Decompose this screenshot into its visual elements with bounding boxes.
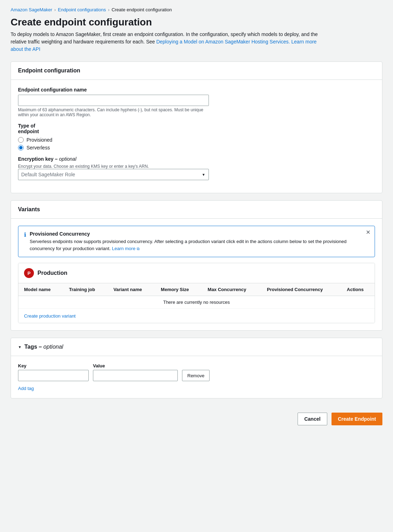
- table-footer: Create production variant: [18, 309, 375, 323]
- breadcrumb-sagemaker[interactable]: Amazon SageMaker: [11, 7, 52, 12]
- breadcrumb-sep-1: ›: [54, 7, 56, 12]
- encryption-key-select-wrapper: Default SageMaker Role ▼: [18, 169, 209, 180]
- encryption-key-select[interactable]: Default SageMaker Role: [18, 169, 209, 180]
- deploying-model-link[interactable]: Deploying a Model on Amazon SageMaker Ho…: [156, 39, 290, 45]
- production-header: P Production: [18, 263, 375, 283]
- add-tag-link[interactable]: Add tag: [18, 386, 34, 391]
- breadcrumb-endpoint-configs[interactable]: Endpoint configurations: [58, 7, 106, 12]
- col-actions: Actions: [341, 283, 375, 296]
- tags-key-label: Key: [18, 363, 89, 368]
- name-input[interactable]: [18, 95, 209, 106]
- name-label: Endpoint configuration name: [18, 87, 375, 93]
- variants-header: Variants: [11, 201, 382, 219]
- endpoint-type-label: Type of endpoint: [18, 123, 375, 134]
- breadcrumb-sep-2: ›: [108, 7, 110, 12]
- tags-title: Tags – optional: [24, 344, 63, 350]
- col-variant-name: Variant name: [108, 283, 155, 296]
- tags-row: Key Value Remove: [18, 363, 375, 381]
- cancel-button[interactable]: Cancel: [298, 413, 327, 425]
- breadcrumb-current: Create endpoint configuration: [112, 7, 172, 12]
- col-max-concurrency: Max Concurrency: [202, 283, 262, 296]
- breadcrumb: Amazon SageMaker › Endpoint configuratio…: [11, 7, 382, 12]
- tags-key-field: Key: [18, 363, 89, 381]
- encryption-key-label: Encryption key – optional: [18, 156, 375, 162]
- tags-header[interactable]: ▼ Tags – optional: [11, 338, 382, 356]
- footer-actions: Cancel Create Endpoint: [11, 406, 382, 425]
- production-badge: P: [24, 268, 34, 278]
- radio-serverless-label: Serverless: [27, 145, 50, 150]
- radio-provisioned-label: Provisioned: [27, 137, 52, 143]
- col-model-name: Model name: [18, 283, 63, 296]
- create-endpoint-button[interactable]: Create Endpoint: [332, 413, 382, 425]
- radio-serverless-input[interactable]: [18, 145, 24, 150]
- radio-provisioned-input[interactable]: [18, 137, 24, 143]
- encryption-key-hint: Encrypt your data. Choose an existing KM…: [18, 164, 209, 169]
- tags-key-input[interactable]: [18, 370, 89, 381]
- tags-remove-button[interactable]: Remove: [182, 370, 210, 381]
- info-banner-learn-more-link[interactable]: Learn more ⧉: [112, 246, 140, 251]
- endpoint-config-header: Endpoint configuration: [11, 62, 382, 80]
- production-table: Model name Training job Variant name Mem…: [18, 283, 375, 309]
- col-memory-size: Memory Size: [155, 283, 202, 296]
- tags-arrow-icon: ▼: [18, 345, 22, 349]
- table-empty-row: There are currently no resources: [18, 296, 375, 309]
- endpoint-config-section: Endpoint configuration Endpoint configur…: [11, 61, 382, 193]
- page-title: Create endpoint configuration: [11, 17, 382, 28]
- endpoint-type-group: Type of endpoint Provisioned Serverless: [18, 123, 375, 150]
- create-production-variant-link[interactable]: Create production variant: [24, 313, 76, 319]
- tags-value-field: Value: [93, 363, 178, 381]
- tags-section: ▼ Tags – optional Key Value Remove Add t…: [11, 338, 382, 398]
- table-header-row: Model name Training job Variant name Mem…: [18, 283, 375, 296]
- endpoint-config-body: Endpoint configuration name Maximum of 6…: [11, 80, 382, 193]
- variants-section: Variants ℹ Provisioned Concurrency Serve…: [11, 200, 382, 331]
- production-title: Production: [37, 270, 67, 276]
- table-body: There are currently no resources: [18, 296, 375, 309]
- tags-body: Key Value Remove Add tag: [11, 356, 382, 398]
- info-icon: ℹ: [24, 231, 26, 238]
- variants-title: Variants: [18, 206, 40, 212]
- tags-value-input[interactable]: [93, 370, 178, 381]
- radio-provisioned[interactable]: Provisioned: [18, 137, 375, 143]
- production-section: P Production Model name Training job Var…: [18, 263, 375, 323]
- info-banner-close-button[interactable]: ✕: [366, 230, 370, 235]
- info-banner: ℹ Provisioned Concurrency Serverless end…: [18, 226, 375, 257]
- info-banner-title: Provisioned Concurrency: [30, 231, 369, 237]
- add-tag-wrapper: Add tag: [18, 385, 375, 391]
- info-banner-text: Serverless endpoints now supports provis…: [30, 238, 369, 252]
- col-provisioned-concurrency: Provisioned Concurrency: [261, 283, 341, 296]
- col-training-job: Training job: [63, 283, 108, 296]
- radio-serverless[interactable]: Serverless: [18, 145, 375, 150]
- endpoint-config-title: Endpoint configuration: [18, 67, 80, 73]
- tags-value-label: Value: [93, 363, 178, 368]
- info-banner-content: Provisioned Concurrency Serverless endpo…: [30, 231, 369, 252]
- encryption-key-field: Encryption key – optional Encrypt your d…: [18, 156, 375, 180]
- page-description: To deploy models to Amazon SageMaker, fi…: [11, 31, 329, 53]
- table-empty-message: There are currently no resources: [18, 296, 375, 309]
- table-head: Model name Training job Variant name Mem…: [18, 283, 375, 296]
- name-hint: Maximum of 63 alphanumeric characters. C…: [18, 107, 209, 117]
- variants-body: ℹ Provisioned Concurrency Serverless end…: [11, 219, 382, 330]
- name-field: Endpoint configuration name Maximum of 6…: [18, 87, 375, 117]
